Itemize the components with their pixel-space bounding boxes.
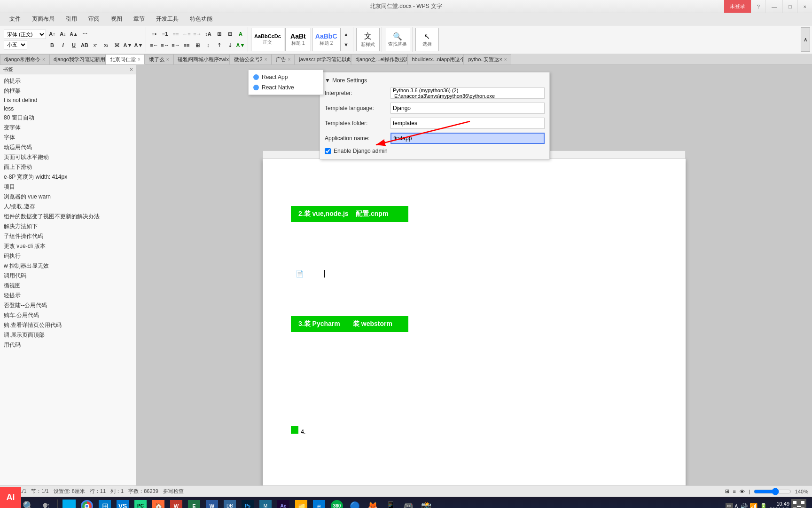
outline-item-4[interactable]: 80 窗口自动 — [0, 113, 136, 123]
font-name-select[interactable]: 宋体 (正文) — [4, 30, 46, 39]
tab-view[interactable]: 视图 — [105, 13, 128, 25]
battery-icon[interactable]: 🔋 — [759, 503, 767, 508]
highlight-btn[interactable]: A▼ — [123, 40, 133, 50]
select-btn[interactable]: ↖ 选择 — [415, 28, 439, 51]
taskbar-360[interactable]: 360 — [328, 499, 345, 508]
taskbar-vscode1[interactable]: ⊞ — [96, 499, 113, 508]
templates-folder-value[interactable]: templates — [390, 118, 545, 129]
sort-btn[interactable]: ↕A — [203, 29, 213, 39]
taskbar-photoshop[interactable]: Ps — [239, 499, 256, 508]
taskbar-pycharm[interactable]: PC — [132, 499, 149, 508]
view-mode-outline-btn[interactable]: ≡ — [733, 489, 736, 494]
taskbar-more1[interactable]: 📱 — [382, 499, 399, 508]
taskbar-wps[interactable]: W — [168, 499, 185, 508]
doc-tab-wechat[interactable]: 微信公众号2 × — [230, 54, 272, 64]
ai-corner-label[interactable]: Ai — [0, 487, 21, 508]
indent-dec-btn[interactable]: ←≡ — [181, 29, 192, 39]
tab-chapter[interactable]: 章节 — [128, 13, 150, 25]
outline-item-10[interactable]: e-8P 宽度为 width: 414px — [0, 172, 136, 182]
indent-inc-btn[interactable]: ≡→ — [192, 29, 203, 39]
tab-file[interactable]: 文件 — [4, 13, 26, 25]
outline-item-16[interactable]: 子组件操作代码 — [0, 231, 136, 241]
clear-format-btn[interactable]: Ж — [112, 40, 122, 50]
doc-tab-hbuilder[interactable]: hbuilderx...niapp用这个2× × — [407, 54, 464, 64]
taskbar-explorer[interactable]: 📁 — [293, 499, 310, 508]
outline-item-26[interactable]: 调.展示页面顶部 — [0, 330, 136, 340]
border-btn[interactable]: ⊞ — [214, 29, 224, 39]
font-size-select[interactable]: 小五 — [4, 40, 27, 49]
shading-btn[interactable]: A — [235, 29, 246, 39]
taskbar-browser[interactable]: e — [311, 499, 328, 508]
superscript-btn[interactable]: x² — [90, 40, 101, 50]
volume-icon[interactable]: 🔊 — [740, 503, 748, 508]
outline-item-19[interactable]: w 控制器出显无效 — [0, 261, 136, 271]
view-mode-read-btn[interactable]: 👁 — [740, 489, 745, 494]
outline-item-9[interactable]: 面上下滑动 — [0, 162, 136, 172]
taskbar-ae[interactable]: Ae — [275, 499, 292, 508]
taskbar-more2[interactable]: 🎮 — [400, 499, 417, 508]
text-tools-btn[interactable]: 文 新样式 — [356, 28, 380, 51]
taskbar-navicat[interactable]: DB — [221, 499, 238, 508]
clock[interactable]: 10:49 2021/1/1 — [769, 501, 789, 508]
new-style-btn[interactable]: ▲ — [342, 30, 351, 39]
align-center-btn[interactable]: ≡↔ — [160, 40, 170, 50]
app-name-value[interactable]: firstapp — [390, 133, 545, 144]
increase-font-btn[interactable]: A↑ — [47, 29, 57, 39]
doc-tab-python[interactable]: pytho..安置达× × — [464, 54, 511, 64]
outline-item-7[interactable]: 动适用代码 — [0, 143, 136, 152]
align-right-btn[interactable]: ≡→ — [171, 40, 181, 50]
tab-references[interactable]: 引用 — [60, 13, 83, 25]
outline-item-14[interactable]: 组件的数据变了视图不更新的解决办法 — [0, 212, 136, 222]
taskbar-firefox[interactable]: 🦊 — [364, 499, 381, 508]
table-btn[interactable]: ⊟ — [225, 29, 235, 39]
taskbar-windows[interactable] — [61, 499, 78, 508]
taskbar-excel[interactable]: E — [186, 499, 203, 508]
network-icon[interactable]: 📶 — [750, 503, 757, 508]
qr-code-btn[interactable] — [791, 499, 806, 508]
outline-item-18[interactable]: 码执行 — [0, 251, 136, 261]
list-level-btn[interactable]: ≡≡ — [171, 29, 181, 39]
taskbar-chrome[interactable] — [78, 499, 95, 508]
doc-tab-js-notes[interactable]: javascript学习笔记以此为主 × — [295, 54, 351, 64]
taskbar-word[interactable]: W — [203, 499, 220, 508]
view-mode-page-btn[interactable]: ⊞ — [725, 488, 729, 494]
doc-tab-ad[interactable]: 广告 × — [272, 54, 295, 64]
underline-btn[interactable]: U — [69, 40, 79, 50]
outline-item-8[interactable]: 页面可以水平跑动 — [0, 152, 136, 162]
subscript-btn[interactable]: x₂ — [101, 40, 111, 50]
para-after-btn[interactable]: ⇣ — [225, 40, 235, 50]
style-list-btn[interactable]: ▼ — [342, 40, 351, 49]
style-heading1[interactable]: AaBt 标题 1 — [285, 28, 311, 51]
outline-item-23[interactable]: 否登陆--公用代码 — [0, 301, 136, 310]
tab-close-icon[interactable]: × — [138, 57, 141, 62]
find-replace-btn[interactable]: 🔍 查找替换 — [385, 28, 410, 51]
para-color-btn[interactable]: A▼ — [235, 40, 246, 50]
tab-page-layout[interactable]: 页面布局 — [26, 13, 60, 25]
outline-item-1[interactable]: 的框架 — [0, 86, 136, 96]
tab-close-icon[interactable]: × — [265, 57, 267, 62]
dropdown-react-native[interactable]: React Native — [249, 82, 323, 93]
para-before-btn[interactable]: ⇡ — [214, 40, 224, 50]
doc-tab-hungry[interactable]: 饿了么 × — [145, 54, 173, 64]
outline-item-13[interactable]: 人/接取,遵存 — [0, 202, 136, 212]
list-bullet-btn[interactable]: ≡• — [149, 29, 159, 39]
outline-item-2[interactable]: t is not defind — [0, 96, 136, 104]
tab-close-icon[interactable]: × — [42, 57, 45, 62]
outline-item-15[interactable]: 解决方法如下 — [0, 222, 136, 231]
taskbar-more3[interactable]: 📸 — [418, 499, 435, 508]
outline-item-6[interactable]: 字体 — [0, 133, 136, 143]
collapse-ribbon-btn[interactable]: ∧ — [801, 27, 810, 52]
style-normal[interactable]: AaBbCcDc 正文 — [251, 28, 284, 51]
style-heading2[interactable]: AaBbC 标题 2 — [312, 28, 341, 51]
minimize-button[interactable]: — — [765, 0, 782, 13]
template-lang-value[interactable]: Django — [390, 103, 545, 114]
dropdown-react-app[interactable]: React App — [249, 72, 323, 82]
taskbar-sogou[interactable]: 🔵 — [346, 499, 363, 508]
taskbar-vscode2[interactable]: VS — [114, 499, 131, 508]
tab-close-icon[interactable]: × — [288, 57, 291, 62]
doc-tab-mall[interactable]: 碰雅阁商城小程序zwlxpf × — [173, 54, 230, 64]
tab-review[interactable]: 审阅 — [83, 13, 105, 25]
outline-item-24[interactable]: 购车.公用代码 — [0, 310, 136, 320]
doc-tab-django-notes[interactable]: django我学习笔记新用这个 × — [49, 54, 106, 64]
distribute-btn[interactable]: ⊞ — [192, 40, 203, 50]
